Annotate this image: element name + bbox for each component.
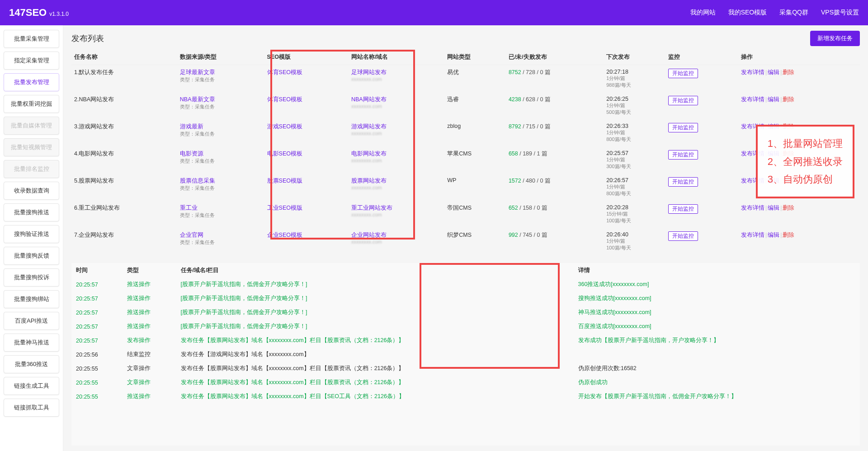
source-link[interactable]: 足球最新文章 <box>180 69 262 76</box>
seo-template-link[interactable]: 电影SEO模板 <box>267 150 302 157</box>
monitor-button[interactable]: 开始监控 <box>668 123 698 132</box>
sidebar-item-8[interactable]: 批量搜狗推送 <box>4 203 59 221</box>
log-type: 文章操作 <box>123 362 176 375</box>
source-type: 类型：采集任务 <box>180 131 262 137</box>
log-task: 发布任务【股票网站发布】域名【xxxxxxxx.com】栏目【股票资讯（文档：2… <box>177 362 574 375</box>
log-type: 结束监控 <box>123 348 176 361</box>
detail-link[interactable]: 发布详情 <box>741 69 764 75</box>
log-task: [股票开户新手遥坑指南，低佣金开户攻略分享！] <box>177 292 574 305</box>
seo-template-link[interactable]: 体育SEO模板 <box>267 69 302 75</box>
delete-link[interactable]: 删除 <box>783 96 794 103</box>
table-row: 3.游戏网站发布游戏最新类型：采集任务游戏SEO模板游戏网站发布xxxxxxxx… <box>71 119 860 146</box>
log-time: 20:25:57 <box>72 278 123 291</box>
log-row: 20:25:56结束监控发布任务【游戏网站发布】域名【xxxxxxxx.com】 <box>72 348 859 361</box>
log-type: 推送操作 <box>123 320 176 333</box>
col-header: 监控 <box>665 50 738 65</box>
sidebar-item-16[interactable]: 链接生成工具 <box>4 377 59 395</box>
site-link[interactable]: 足球网站发布 <box>351 69 442 76</box>
log-task: 发布任务【股票网站发布】域名【xxxxxxxx.com】栏目【股票资讯（文档：2… <box>177 334 574 347</box>
seo-template-link[interactable]: 体育SEO模板 <box>267 96 302 103</box>
monitor-button[interactable]: 开始监控 <box>668 96 698 105</box>
col-header: 下次发布 <box>604 50 665 65</box>
nav-link-2[interactable]: 采集QQ群 <box>779 9 808 17</box>
sidebar-item-0[interactable]: 批量采集管理 <box>4 30 59 48</box>
publish-table: 任务名称数据来源/类型SEO模版网站名称/域名网站类型已/未/失败发布下次发布监… <box>71 50 860 255</box>
sidebar-item-3[interactable]: 批量权重词挖掘 <box>4 95 59 113</box>
col-header: 网站类型 <box>444 50 506 65</box>
monitor-button[interactable]: 开始监控 <box>668 150 698 160</box>
monitor-button[interactable]: 开始监控 <box>668 177 698 187</box>
delete-link[interactable]: 删除 <box>783 205 794 211</box>
sidebar-item-1[interactable]: 指定采集管理 <box>4 52 59 70</box>
site-link[interactable]: 企业网站发布 <box>351 231 442 239</box>
log-task: [股票开户新手遥坑指南，低佣金开户攻略分享！] <box>177 278 574 291</box>
site-link[interactable]: 股票网站发布 <box>351 177 442 185</box>
next-publish: 20:26:251分钟/篇500篇/每天 <box>604 92 665 119</box>
log-type: 推送操作 <box>123 292 176 305</box>
seo-template-link[interactable]: 工业SEO模版 <box>267 205 302 211</box>
sidebar-item-11[interactable]: 批量搜狗投诉 <box>4 268 59 287</box>
nav-link-1[interactable]: 我的SEO模版 <box>728 9 767 17</box>
log-task: [股票开户新手遥坑指南，低佣金开户攻略分享！] <box>177 306 574 319</box>
task-name: 5.股票网站发布 <box>71 174 177 201</box>
new-publish-task-button[interactable]: 新增发布任务 <box>810 31 860 46</box>
source-link[interactable]: 游戏最新 <box>180 123 262 131</box>
row-actions: 发布详情|编辑|删除 <box>738 201 860 228</box>
publish-counts: 992 / 745 / 0 篇 <box>506 228 604 255</box>
table-row: 4.电影网站发布电影资源类型：采集任务电影SEO模板电影网站发布xxxxxxxx… <box>71 146 860 174</box>
site-link[interactable]: NBA网站发布 <box>351 96 442 103</box>
sidebar-item-10[interactable]: 批量搜狗反馈 <box>4 247 59 265</box>
log-type: 发布操作 <box>123 334 176 347</box>
sidebar-item-13[interactable]: 百度API推送 <box>4 312 59 330</box>
log-row: 20:25:57推送操作[股票开户新手遥坑指南，低佣金开户攻略分享！]神马推送成… <box>72 306 859 319</box>
nav-link-3[interactable]: VPS拨号设置 <box>821 9 859 17</box>
source-link[interactable]: 股票信息采集 <box>180 177 262 185</box>
source-link[interactable]: 电影资源 <box>180 150 262 158</box>
sidebar-item-9[interactable]: 搜狗验证推送 <box>4 225 59 243</box>
log-detail: 开始发布【股票开户新手遥坑指南，低佣金开户攻略分享！】 <box>575 390 859 403</box>
sidebar-item-14[interactable]: 批量神马推送 <box>4 334 59 352</box>
site-link[interactable]: 游戏网站发布 <box>351 123 442 131</box>
sidebar-item-17[interactable]: 链接抓取工具 <box>4 399 59 417</box>
col-header: 任务名称 <box>71 50 177 65</box>
log-row: 20:25:57发布操作发布任务【股票网站发布】域名【xxxxxxxx.com】… <box>72 334 859 347</box>
seo-template-link[interactable]: 股票SEO模版 <box>267 178 302 184</box>
edit-link[interactable]: 编辑 <box>768 232 779 238</box>
source-link[interactable]: 重工业 <box>180 204 262 212</box>
monitor-button[interactable]: 开始监控 <box>668 69 698 78</box>
detail-link[interactable]: 发布详情 <box>741 205 764 211</box>
source-link[interactable]: NBA最新文章 <box>180 96 262 103</box>
top-header: 147SEOv1.3.1.0 我的网站我的SEO模版采集QQ群VPS拨号设置 <box>0 0 868 25</box>
task-name: 6.重工业网站发布 <box>71 201 177 228</box>
table-row: 6.重工业网站发布重工业类型：采集任务工业SEO模版重工业网站发布xxxxxxx… <box>71 201 860 228</box>
table-row: 1.默认发布任务足球最新文章类型：采集任务体育SEO模板足球网站发布xxxxxx… <box>71 65 860 93</box>
edit-link[interactable]: 编辑 <box>768 69 779 75</box>
delete-link[interactable]: 删除 <box>783 69 794 75</box>
monitor-button[interactable]: 开始监控 <box>668 231 698 241</box>
seo-template-link[interactable]: 游戏SEO模板 <box>267 123 302 130</box>
edit-link[interactable]: 编辑 <box>768 205 779 211</box>
row-actions: 发布详情|编辑|删除 <box>738 65 860 93</box>
log-detail: 伪原创成功 <box>575 376 859 389</box>
sidebar-item-15[interactable]: 批量360推送 <box>4 355 59 373</box>
log-type: 推送操作 <box>123 390 176 403</box>
detail-link[interactable]: 发布详情 <box>741 96 764 103</box>
seo-template-link[interactable]: 企业SEO模板 <box>267 232 302 238</box>
delete-link[interactable]: 删除 <box>783 232 794 238</box>
site-link[interactable]: 重工业网站发布 <box>351 204 442 212</box>
source-link[interactable]: 企业官网 <box>180 231 262 239</box>
log-task: [股票开户新手遥坑指南，低佣金开户攻略分享！] <box>177 320 574 333</box>
log-col-header: 时间 <box>72 264 123 277</box>
edit-link[interactable]: 编辑 <box>768 96 779 103</box>
publish-counts: 658 / 189 / 1 篇 <box>506 146 604 174</box>
site-link[interactable]: 电影网站发布 <box>351 150 442 158</box>
monitor-button[interactable]: 开始监控 <box>668 204 698 214</box>
sidebar-item-2[interactable]: 批量发布管理 <box>4 73 59 91</box>
sidebar-item-12[interactable]: 批量搜狗绑站 <box>4 290 59 308</box>
site-type: 迅睿 <box>444 92 506 119</box>
next-publish: 20:26:331分钟/篇800篇/每天 <box>604 119 665 146</box>
detail-link[interactable]: 发布详情 <box>741 232 764 238</box>
source-type: 类型：采集任务 <box>180 185 262 192</box>
nav-link-0[interactable]: 我的网站 <box>690 9 716 17</box>
sidebar-item-7[interactable]: 收录数据查询 <box>4 182 59 200</box>
